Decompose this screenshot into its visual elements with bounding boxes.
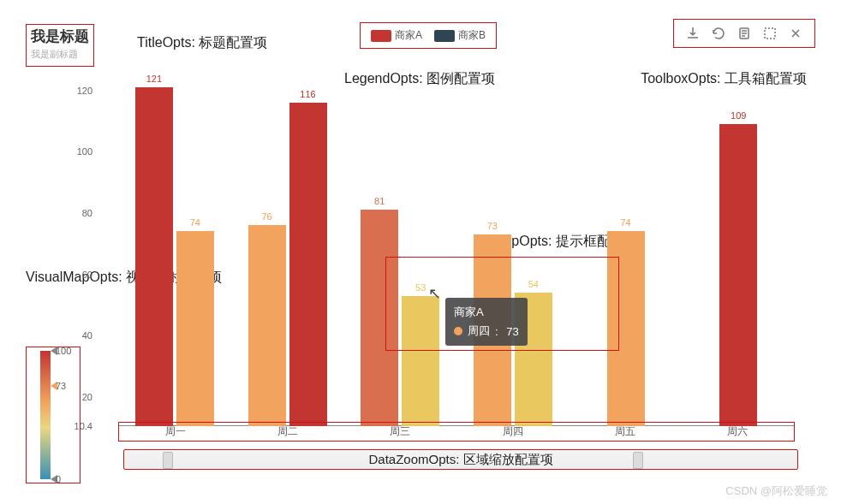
y-tick: 20 bbox=[82, 392, 92, 402]
tooltip-cat: 周四 bbox=[468, 323, 490, 339]
zoom-area-icon[interactable] bbox=[763, 27, 777, 40]
bar-group: 8153 bbox=[343, 75, 456, 426]
legend-label-b: 商家B bbox=[458, 28, 486, 43]
chart-title: 我是标题 bbox=[31, 27, 89, 46]
x-tick: 周六 bbox=[682, 424, 794, 439]
visualmap-max: 100 bbox=[56, 346, 71, 356]
y-tick: 80 bbox=[82, 208, 92, 218]
bar-商家B-周二[interactable]: 116 bbox=[289, 103, 327, 426]
bar-group: 74 bbox=[570, 75, 683, 426]
legend-item-a[interactable]: 商家A bbox=[371, 28, 422, 43]
bar-商家A-周二[interactable]: 76 bbox=[248, 225, 286, 426]
x-axis: 周一周二周三周四周五周六 bbox=[118, 422, 795, 442]
bar-group: 12174 bbox=[118, 75, 231, 426]
annotation-title: TitleOpts: 标题配置项 bbox=[137, 34, 267, 52]
bar-label: 116 bbox=[300, 89, 315, 99]
refresh-icon[interactable] bbox=[712, 27, 725, 40]
bar-label: 109 bbox=[731, 110, 746, 121]
legend-item-b[interactable]: 商家B bbox=[434, 28, 486, 43]
toolbox bbox=[673, 19, 815, 48]
dataview-icon[interactable] bbox=[737, 27, 751, 40]
y-tick: 40 bbox=[82, 330, 92, 341]
datazoom-slider[interactable]: DataZoomOpts: 区域缩放配置项 bbox=[123, 449, 798, 470]
visualmap-inner: 100 73 0 bbox=[32, 351, 75, 479]
bar-label: 121 bbox=[146, 74, 162, 84]
visualmap[interactable]: 100 73 0 bbox=[26, 347, 81, 483]
chart-subtitle: 我是副标题 bbox=[31, 48, 89, 61]
datazoom-handle-left[interactable] bbox=[163, 452, 173, 469]
x-tick: 周五 bbox=[569, 424, 681, 439]
x-tick: 周一 bbox=[119, 424, 231, 439]
zoom-reset-icon[interactable] bbox=[789, 27, 802, 40]
chart-title-block: 我是标题 我是副标题 bbox=[26, 24, 94, 67]
legend-swatch-a bbox=[371, 30, 391, 42]
x-tick: 周三 bbox=[344, 424, 456, 439]
bar-label: 74 bbox=[190, 217, 200, 228]
y-tick: 120 bbox=[77, 86, 92, 96]
legend-label-a: 商家A bbox=[395, 28, 422, 43]
bar-商家A-周六[interactable]: 109 bbox=[719, 124, 757, 426]
bar-label: 73 bbox=[487, 221, 498, 231]
watermark: CSDN @阿松爱睡觉 bbox=[725, 483, 827, 499]
tooltip-val: 73 bbox=[506, 325, 518, 338]
visualmap-gradient[interactable] bbox=[40, 351, 51, 479]
pointer-icon: ↖ bbox=[428, 284, 441, 303]
datazoom-handle-right[interactable] bbox=[633, 452, 643, 469]
bars-container: 12174761168153735474109 bbox=[118, 75, 795, 426]
x-tick: 周四 bbox=[456, 424, 569, 439]
tooltip-series: 商家A bbox=[454, 305, 519, 320]
bar-商家B-周一[interactable]: 74 bbox=[176, 231, 214, 426]
svg-rect-1 bbox=[765, 28, 775, 39]
bar-商家A-周一[interactable]: 121 bbox=[135, 87, 173, 426]
tooltip-row: 周四: 73 bbox=[454, 323, 519, 339]
y-tick: 60 bbox=[82, 270, 92, 280]
tooltip-dot-icon bbox=[454, 327, 462, 335]
annotation-datazoom: DataZoomOpts: 区域缩放配置项 bbox=[124, 450, 797, 469]
bar-label: 81 bbox=[374, 196, 385, 206]
tooltip-bubble: 商家A 周四: 73 bbox=[445, 298, 528, 346]
visualmap-min: 0 bbox=[56, 474, 61, 484]
visualmap-current: 73 bbox=[56, 381, 66, 391]
legend-swatch-b bbox=[434, 30, 455, 42]
bar-group: 109 bbox=[682, 75, 795, 426]
bar-label: 74 bbox=[620, 217, 630, 228]
legend[interactable]: 商家A 商家B bbox=[360, 22, 497, 49]
y-tick: 100 bbox=[77, 146, 92, 157]
bar-group: 7354 bbox=[456, 75, 570, 426]
plot-area: 10.420406080100120 121747611681537354741… bbox=[118, 75, 795, 426]
bar-label: 76 bbox=[261, 211, 271, 222]
download-icon[interactable] bbox=[686, 27, 700, 40]
x-tick: 周二 bbox=[231, 424, 343, 439]
bar-group: 76116 bbox=[231, 75, 344, 426]
